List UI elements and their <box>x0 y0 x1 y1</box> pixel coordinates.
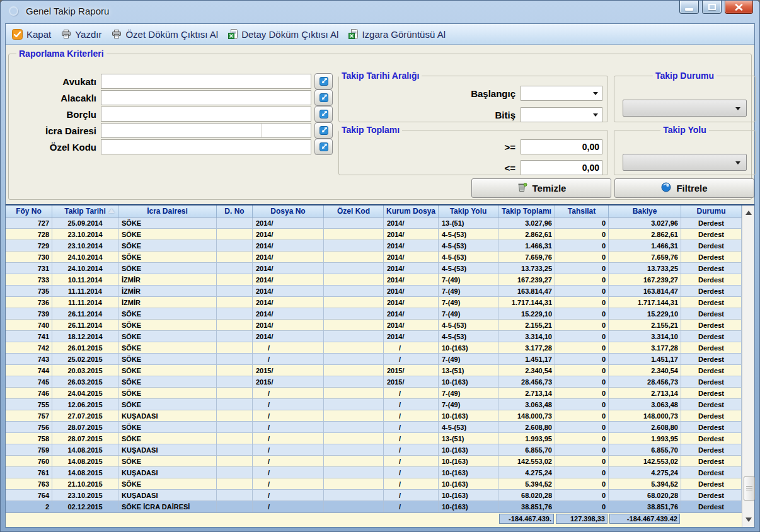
avukati-input[interactable] <box>101 74 311 89</box>
takip-durumu-select[interactable] <box>623 100 747 117</box>
table-row[interactable]: 72725.09.2014SÖKE2014/2014/13-(51)3.027,… <box>6 217 742 229</box>
cell-d-no <box>217 240 253 252</box>
minimize-button[interactable] <box>679 1 699 14</box>
alacakli-input[interactable] <box>101 90 311 105</box>
cell-tahsilat: 0 <box>555 410 609 422</box>
borclu-input[interactable] <box>101 107 311 122</box>
column-header-tahsilat[interactable]: Tahsilat <box>555 205 609 217</box>
cell-bakiye: 2.862,61 <box>609 229 681 240</box>
cell-d-no <box>217 410 253 422</box>
cell-ozel-kod <box>324 365 384 376</box>
table-row[interactable]: 74325.02.2015SÖKE//7-(49)1.451,1701.451,… <box>6 354 742 365</box>
cell-durumu: Derdest <box>681 240 742 252</box>
cell-tahsilat: 0 <box>555 501 609 512</box>
app-icon <box>9 6 18 16</box>
scroll-down-button[interactable] <box>744 514 753 525</box>
lte-input[interactable] <box>521 160 602 175</box>
table-row[interactable]: 72823.10.2014SÖKE2014/2014/4-5-(53)2.862… <box>6 229 742 240</box>
table-row[interactable]: 73124.10.2014SÖKE2014/2014/4-5-(53)13.73… <box>6 263 742 274</box>
scroll-thumb[interactable] <box>744 477 755 500</box>
takip-durumu-title: Takip Durumu <box>653 71 717 81</box>
close-button[interactable] <box>725 1 753 14</box>
table-row[interactable]: 74118.12.2014SÖKE2014/2014/4-5-(53)3.314… <box>6 331 742 342</box>
cell-kurum-dosya: 2014/ <box>384 320 439 331</box>
ozel-kodu-input[interactable] <box>101 139 311 154</box>
table-row[interactable]: 75512.06.2015SÖKE//7-(49)3.063,4803.063,… <box>6 399 742 410</box>
cell-durumu: Derdest <box>681 376 742 388</box>
column-header-dosya-no[interactable]: Dosya No <box>253 205 324 217</box>
table-row[interactable]: 73611.11.2014İZMİR2014/2014/7-(49)1.717.… <box>6 297 742 308</box>
criteria-field-row: Özel Kodu <box>10 139 338 154</box>
column-header-takip-tarihi[interactable]: Takip Tarihi <box>52 205 118 217</box>
table-row[interactable]: 75628.07.2015SÖKE//4-5-(53)2.608,8002.60… <box>6 422 742 433</box>
gte-input[interactable] <box>521 139 602 154</box>
table-row[interactable]: 73511.11.2014İZMİR2014/2014/7-(49)163.81… <box>6 286 742 297</box>
table-row[interactable]: 73024.10.2014SÖKE2014/2014/4-5-(53)7.659… <box>6 252 742 263</box>
toolbar-button-detay-dokum-ciktisi-al[interactable]: Detay Döküm Çıktısı Al <box>228 29 338 40</box>
toolbar-button-izgara-goruntusu-al[interactable]: Izgara Görüntüsü Al <box>348 29 446 40</box>
cell-d-no <box>217 308 253 320</box>
toolbar-button-kapat[interactable]: Kapat <box>12 29 51 40</box>
temizle-button[interactable]: Temizle <box>471 178 611 198</box>
icra-dairesi-input-2[interactable] <box>262 123 311 138</box>
cell-tahsilat: 0 <box>555 388 609 399</box>
table-row[interactable]: 75914.08.2015KUŞADASI//10-(163)6.855,700… <box>6 444 742 456</box>
cell-d-no <box>217 331 253 342</box>
table-row[interactable]: 74420.03.2015SÖKE2015/2015/13-(51)2.340,… <box>6 365 742 376</box>
scroll-up-button[interactable] <box>744 207 753 218</box>
column-header-takip-toplami[interactable]: Takip Toplamı <box>498 205 555 217</box>
table-row[interactable]: 75828.07.2015SÖKE//13-(51)1.993,9501.993… <box>6 433 742 444</box>
takip-yolu-select[interactable] <box>623 154 747 171</box>
vertical-scrollbar[interactable] <box>742 205 754 527</box>
table-row[interactable]: 72923.10.2014SÖKE2014/2014/4-5-(53)1.466… <box>6 240 742 252</box>
table-row[interactable]: 74624.04.2015SÖKE//7-(49)2.713,1402.713,… <box>6 388 742 399</box>
column-header-icra-dairesi[interactable]: İcra Dairesi <box>118 205 217 217</box>
filtrele-button[interactable]: Filtrele <box>614 178 754 198</box>
cell-takip-yolu: 10-(163) <box>439 478 498 490</box>
table-row[interactable]: 76014.08.2015SÖKE//10-(163)142.553,02014… <box>6 456 742 467</box>
maximize-button[interactable] <box>702 1 722 14</box>
column-header-takip-yolu[interactable]: Takip Yolu <box>439 205 498 217</box>
takip-yolu-title: Takip Yolu <box>660 125 708 135</box>
cell-dosya-no: 2014/ <box>253 274 324 286</box>
cell-takip-toplami: 3.063,48 <box>498 399 555 410</box>
table-row[interactable]: 73926.11.2014SÖKE2014/2014/7-(49)15.229,… <box>6 308 742 320</box>
column-header-durumu[interactable]: Durumu <box>681 205 742 217</box>
toolbar-button-yazdir[interactable]: Yazdır <box>61 29 101 40</box>
excel-icon <box>348 29 358 39</box>
borclu-lookup-button[interactable] <box>314 106 333 122</box>
cell-durumu: Derdest <box>681 252 742 263</box>
table-row[interactable]: 74526.03.2015SÖKE2015/2015/10-(163)28.45… <box>6 376 742 388</box>
table-row[interactable]: 76321.10.2015SÖKE//10-(163)5.394,5205.39… <box>6 478 742 490</box>
table-row[interactable]: 76423.10.2015KUŞADASI//10-(163)68.020,28… <box>6 490 742 501</box>
cell-takip-toplami: 3.177,28 <box>498 342 555 354</box>
criteria-field-row: İcra Dairesi <box>10 123 338 138</box>
column-header-bakiye[interactable]: Bakiye <box>609 205 681 217</box>
alacakli-lookup-button[interactable] <box>314 90 333 106</box>
bitis-date-combo[interactable] <box>521 107 602 122</box>
icra-dairesi-input[interactable] <box>101 123 262 138</box>
ozel-kodu-lookup-button[interactable] <box>314 139 333 155</box>
table-row[interactable]: 74026.11.2014SÖKE2014/2014/4-5-(53)2.155… <box>6 320 742 331</box>
baslangic-date-combo[interactable] <box>521 86 602 101</box>
column-header-ozel-kod[interactable]: Özel Kod <box>324 205 384 217</box>
table-row[interactable]: 74226.01.2015SÖKE//10-(163)3.177,2803.17… <box>6 342 742 354</box>
column-header-kurum-dosya[interactable]: Kurum Dosya <box>384 205 439 217</box>
toolbar-button-ozet-dokum-ciktisi-al[interactable]: Özet Döküm Çıktısı Al <box>112 29 218 40</box>
cell-takip-yolu: 10-(163) <box>439 501 498 512</box>
table-row[interactable]: 202.12.2015SÖKE İCRA DAİRESİ//10-(163)38… <box>6 501 742 512</box>
avukati-lookup-button[interactable] <box>314 73 333 90</box>
table-row[interactable]: 75727.07.2015KUŞADASI//10-(163)148.000,7… <box>6 410 742 422</box>
cell-kurum-dosya: / <box>384 354 439 365</box>
footer-cell <box>118 513 217 524</box>
cell-durumu: Derdest <box>681 478 742 490</box>
cell-foy-no: 745 <box>6 376 52 388</box>
icra-dairesi-lookup-button[interactable] <box>314 122 333 139</box>
cell-foy-no: 763 <box>6 478 52 490</box>
cell-ozel-kod <box>324 376 384 388</box>
table-row[interactable]: 73310.11.2014İZMİR2014/2014/7-(49)167.23… <box>6 274 742 286</box>
table-row[interactable]: 76114.08.2015KUŞADASI//10-(163)4.275,240… <box>6 467 742 478</box>
cell-takip-yolu: 7-(49) <box>439 354 498 365</box>
column-header-d-no[interactable]: D. No <box>217 205 253 217</box>
column-header-foy-no[interactable]: Föy No <box>6 205 52 217</box>
